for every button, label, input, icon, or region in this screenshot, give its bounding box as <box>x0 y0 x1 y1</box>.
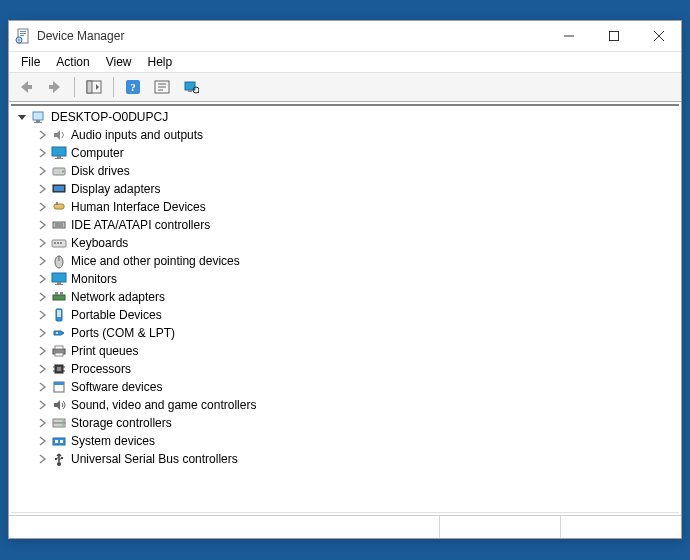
menu-view[interactable]: View <box>98 53 140 71</box>
tree-item-label: Processors <box>69 362 131 376</box>
chevron-right-icon[interactable] <box>35 272 49 286</box>
status-bar <box>9 515 681 538</box>
chevron-right-icon[interactable] <box>35 326 49 340</box>
svg-rect-30 <box>54 186 64 191</box>
tree-item[interactable]: Display adapters <box>35 180 679 198</box>
svg-rect-1 <box>20 31 26 32</box>
tree-item[interactable]: Network adapters <box>35 288 679 306</box>
svg-rect-45 <box>53 295 65 300</box>
svg-rect-7 <box>27 85 32 89</box>
tree-item[interactable]: Keyboards <box>35 234 679 252</box>
device-tree[interactable]: DESKTOP-O0DUPCJAudio inputs and outputsC… <box>11 106 679 512</box>
chevron-right-icon[interactable] <box>35 308 49 322</box>
nav-back-button[interactable] <box>13 75 39 99</box>
tree-item[interactable]: Ports (COM & LPT) <box>35 324 679 342</box>
tree-item[interactable]: Storage controllers <box>35 414 679 432</box>
tree-item[interactable]: IDE ATA/ATAPI controllers <box>35 216 679 234</box>
tree-item[interactable]: Sound, video and game controllers <box>35 396 679 414</box>
toolbar-separator <box>113 77 114 97</box>
chevron-right-icon[interactable] <box>35 218 49 232</box>
tree-item[interactable]: Human Interface Devices <box>35 198 679 216</box>
computer-icon <box>31 109 47 125</box>
svg-rect-10 <box>87 81 92 93</box>
chevron-right-icon[interactable] <box>35 254 49 268</box>
minimize-button[interactable] <box>546 21 591 51</box>
chevron-right-icon[interactable] <box>35 200 49 214</box>
menu-help[interactable]: Help <box>140 53 181 71</box>
tree-item[interactable]: Universal Serial Bus controllers <box>35 450 679 468</box>
chevron-right-icon[interactable] <box>35 344 49 358</box>
tree-item-label: Disk drives <box>69 164 130 178</box>
scan-hardware-button[interactable] <box>178 75 204 99</box>
chevron-right-icon[interactable] <box>35 398 49 412</box>
chevron-right-icon[interactable] <box>35 182 49 196</box>
usb-icon <box>51 451 67 467</box>
tree-item[interactable]: Audio inputs and outputs <box>35 126 679 144</box>
tree-item-label: Print queues <box>69 344 138 358</box>
svg-rect-22 <box>36 120 40 122</box>
svg-rect-8 <box>49 85 54 89</box>
svg-rect-39 <box>60 242 62 244</box>
svg-point-69 <box>57 462 61 466</box>
tool-bar: ? <box>9 72 681 102</box>
tree-item[interactable]: Portable Devices <box>35 306 679 324</box>
menu-action[interactable]: Action <box>48 53 97 71</box>
title-bar[interactable]: Device Manager <box>9 21 681 52</box>
tree-item[interactable]: System devices <box>35 432 679 450</box>
portable-icon <box>51 307 67 323</box>
show-hide-console-tree-button[interactable] <box>81 75 107 99</box>
maximize-button[interactable] <box>591 21 636 51</box>
svg-rect-68 <box>60 440 63 443</box>
chevron-right-icon[interactable] <box>35 434 49 448</box>
tree-item[interactable]: Processors <box>35 360 679 378</box>
chevron-right-icon[interactable] <box>35 290 49 304</box>
svg-rect-38 <box>57 242 59 244</box>
hid-icon <box>51 199 67 215</box>
svg-rect-26 <box>55 158 63 159</box>
tree-item[interactable]: Print queues <box>35 342 679 360</box>
tree-item[interactable]: Software devices <box>35 378 679 396</box>
svg-rect-24 <box>52 147 66 156</box>
close-button[interactable] <box>636 21 681 51</box>
nav-forward-button[interactable] <box>42 75 68 99</box>
app-icon <box>15 28 31 44</box>
chevron-right-icon[interactable] <box>35 164 49 178</box>
device-manager-window: Device Manager File Action View Help <box>8 20 682 539</box>
svg-rect-5 <box>18 40 20 41</box>
svg-rect-47 <box>60 292 63 295</box>
chevron-down-icon[interactable] <box>15 110 29 124</box>
tree-item-label: Human Interface Devices <box>69 200 206 214</box>
display-icon <box>51 181 67 197</box>
chevron-right-icon[interactable] <box>35 128 49 142</box>
disk-icon <box>51 163 67 179</box>
chevron-right-icon[interactable] <box>35 236 49 250</box>
sound-icon <box>51 397 67 413</box>
chevron-right-icon[interactable] <box>35 416 49 430</box>
svg-rect-43 <box>57 282 61 284</box>
properties-button[interactable] <box>149 75 175 99</box>
printer-icon <box>51 343 67 359</box>
tree-item[interactable]: Disk drives <box>35 162 679 180</box>
chevron-right-icon[interactable] <box>35 452 49 466</box>
monitor-icon <box>51 145 67 161</box>
svg-rect-18 <box>188 90 192 92</box>
storage-icon <box>51 415 67 431</box>
tree-item-label: Storage controllers <box>69 416 172 430</box>
chevron-right-icon[interactable] <box>35 362 49 376</box>
svg-rect-2 <box>20 33 26 34</box>
status-pane-mid <box>440 516 561 538</box>
chevron-right-icon[interactable] <box>35 146 49 160</box>
content-area: DESKTOP-O0DUPCJAudio inputs and outputsC… <box>11 104 679 513</box>
audio-icon <box>51 127 67 143</box>
menu-file[interactable]: File <box>13 53 48 71</box>
svg-rect-52 <box>55 346 63 349</box>
tree-item[interactable]: Mice and other pointing devices <box>35 252 679 270</box>
tree-item[interactable]: Computer <box>35 144 679 162</box>
svg-rect-42 <box>52 273 66 282</box>
help-button[interactable]: ? <box>120 75 146 99</box>
svg-rect-6 <box>609 32 618 41</box>
network-icon <box>51 289 67 305</box>
tree-item[interactable]: Monitors <box>35 270 679 288</box>
tree-root-row[interactable]: DESKTOP-O0DUPCJ <box>15 108 679 126</box>
chevron-right-icon[interactable] <box>35 380 49 394</box>
